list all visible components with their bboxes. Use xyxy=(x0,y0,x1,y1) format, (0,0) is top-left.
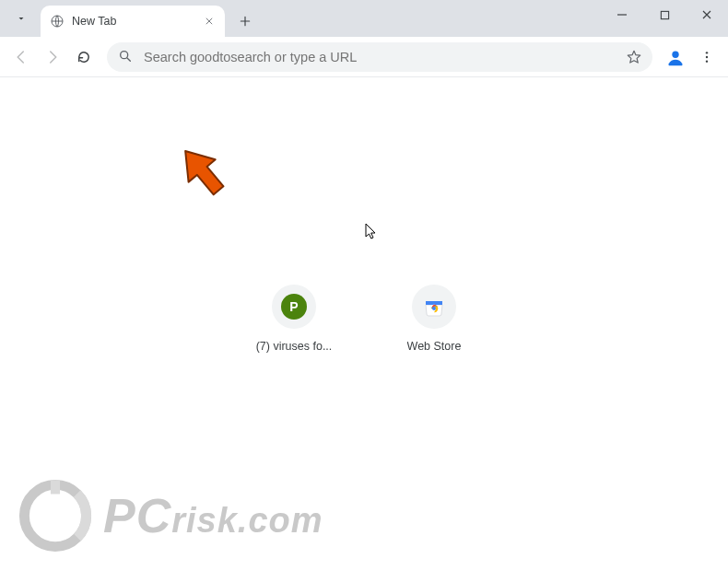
toolbar xyxy=(0,37,728,77)
watermark: PCrisk.com xyxy=(17,477,323,554)
kebab-icon xyxy=(699,50,714,64)
profile-icon xyxy=(665,47,686,67)
svg-point-4 xyxy=(672,51,678,57)
reload-button[interactable] xyxy=(70,43,98,71)
shortcut-tile[interactable]: P (7) viruses fo... xyxy=(242,285,346,353)
webstore-icon xyxy=(423,296,445,318)
menu-button[interactable] xyxy=(693,43,721,71)
profile-button[interactable] xyxy=(662,43,689,71)
shortcut-icon-wrap: P xyxy=(272,285,316,329)
reload-icon xyxy=(76,49,92,65)
svg-point-5 xyxy=(706,52,708,53)
forward-button[interactable] xyxy=(39,43,66,71)
new-tab-button[interactable] xyxy=(232,8,258,34)
minimize-button[interactable] xyxy=(601,0,643,29)
watermark-logo-icon xyxy=(17,477,94,554)
svg-point-10 xyxy=(24,484,86,546)
shortcut-icon-wrap xyxy=(412,285,456,329)
maximize-icon xyxy=(660,10,670,20)
globe-icon xyxy=(50,14,65,29)
close-icon xyxy=(701,9,712,20)
arrow-pointer-icon xyxy=(173,138,238,212)
cursor-icon xyxy=(365,223,380,241)
window-controls xyxy=(601,0,728,37)
shortcut-tile[interactable]: Web Store xyxy=(382,285,486,353)
star-icon xyxy=(626,49,642,65)
chevron-down-icon xyxy=(16,13,27,24)
svg-point-2 xyxy=(121,51,128,58)
tab-close-button[interactable] xyxy=(201,13,217,29)
annotation-arrow xyxy=(173,138,238,212)
window-close-button[interactable] xyxy=(686,0,728,29)
bookmark-button[interactable] xyxy=(621,44,647,70)
minimize-icon xyxy=(616,9,628,20)
svg-point-11 xyxy=(24,484,86,546)
svg-point-6 xyxy=(706,55,708,57)
tab-search-button[interactable] xyxy=(6,3,37,34)
maximize-button[interactable] xyxy=(643,0,686,29)
svg-rect-1 xyxy=(661,11,668,18)
watermark-suffix: risk.com xyxy=(171,501,323,540)
svg-point-9 xyxy=(432,307,436,310)
tab-title: New Tab xyxy=(72,15,116,28)
plus-icon xyxy=(239,15,252,28)
browser-tab[interactable]: New Tab xyxy=(41,6,225,37)
arrow-left-icon xyxy=(13,49,29,65)
search-icon xyxy=(118,49,135,65)
letter-p-icon: P xyxy=(281,294,307,320)
watermark-text: PCrisk.com xyxy=(103,488,323,543)
svg-rect-12 xyxy=(51,480,60,494)
mouse-cursor xyxy=(365,223,380,241)
ntp-content: P (7) viruses fo... Web Store xyxy=(0,77,728,582)
watermark-prefix: PC xyxy=(103,489,171,542)
address-input[interactable] xyxy=(144,50,621,64)
back-button[interactable] xyxy=(7,43,35,71)
tab-strip: New Tab xyxy=(0,0,728,37)
shortcut-label: (7) viruses fo... xyxy=(256,340,333,353)
shortcuts-row: P (7) viruses fo... Web Store xyxy=(242,285,486,353)
close-icon xyxy=(205,17,214,26)
arrow-right-icon xyxy=(44,49,61,65)
address-bar[interactable] xyxy=(107,42,652,72)
svg-point-7 xyxy=(706,60,708,62)
shortcut-label: Web Store xyxy=(407,340,462,353)
